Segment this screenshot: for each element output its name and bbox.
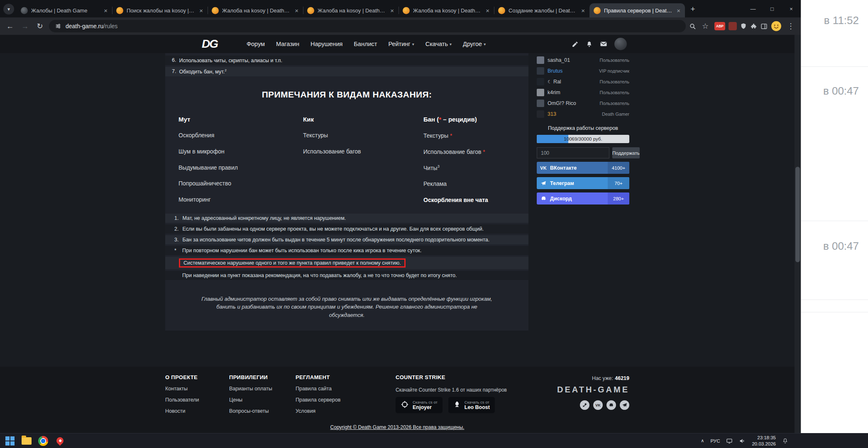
tab-close-icon[interactable]: ×: [389, 7, 395, 14]
window-maximize-button[interactable]: □: [763, 0, 782, 17]
tab-close-icon[interactable]: ×: [675, 7, 682, 14]
browser-tab-2[interactable]: Поиск жалобы на kosoy | Deat ×: [112, 3, 208, 17]
notification-center-bell-icon[interactable]: [782, 438, 788, 444]
clock[interactable]: 23:18:35 20.03.2026: [752, 435, 776, 447]
penalty-cell[interactable]: Читы3: [423, 160, 515, 176]
file-explorer-button[interactable]: [21, 435, 32, 447]
penalty-cell[interactable]: Шум в микрофон: [178, 144, 303, 160]
telegram-channel-button[interactable]: Телеграм 70+: [537, 177, 629, 189]
penalty-cell[interactable]: Попрошайничество: [178, 175, 303, 192]
footer-link-server-rules[interactable]: Правила серверов: [296, 397, 396, 403]
chrome-taskbar-button[interactable]: [37, 435, 49, 447]
bookmark-star-icon[interactable]: ☆: [699, 20, 711, 32]
penalty-cell[interactable]: Текстуры *: [423, 127, 515, 144]
volume-icon[interactable]: [739, 438, 746, 444]
penalty-cell[interactable]: Мониторинг: [178, 192, 303, 208]
copyright-link[interactable]: Copyright © Death Game 2013-2026 Все пра…: [0, 424, 795, 430]
adblock-extension-icon[interactable]: ABP: [714, 22, 725, 30]
browser-tab-5[interactable]: Жалоба на kosoy | Death Gam ×: [399, 3, 494, 17]
online-user-row[interactable]: Brutus VIP подписчик: [537, 66, 629, 76]
user-avatar[interactable]: [614, 38, 627, 50]
address-bar[interactable]: death-game.ru/rules: [49, 20, 686, 32]
vk-community-button[interactable]: VK ВКонтакте 4100+: [537, 162, 629, 174]
new-tab-button[interactable]: +: [687, 3, 699, 15]
site-settings-icon[interactable]: [55, 23, 61, 29]
tab-close-icon[interactable]: ×: [580, 7, 586, 14]
discord-server-button[interactable]: Дискорд 280+: [537, 192, 629, 205]
tab-close-icon[interactable]: ×: [293, 7, 300, 14]
browser-tab-7-active[interactable]: Правила серверов | Death Ga ×: [589, 3, 685, 17]
shield-extension-icon[interactable]: [740, 23, 747, 29]
online-user-row[interactable]: k4rim Пользователь: [537, 87, 629, 98]
tab-search-icon[interactable]: ▾: [3, 4, 14, 15]
penalty-cell[interactable]: Текстуры: [303, 127, 423, 144]
penalty-cell[interactable]: [303, 175, 423, 192]
online-user-row[interactable]: OmG!? Rico Пользователь: [537, 98, 629, 109]
browser-tab-6[interactable]: Создание жалобы | Death Gam ×: [494, 3, 589, 17]
window-minimize-button[interactable]: —: [743, 0, 763, 17]
online-user-row[interactable]: 313 Death Gamer: [537, 109, 629, 119]
discord-icon[interactable]: [606, 400, 616, 410]
browser-menu-icon[interactable]: ⋮: [785, 20, 797, 32]
penalty-cell[interactable]: Использование багов *: [423, 144, 515, 160]
search-lens-icon[interactable]: [689, 23, 696, 30]
notifications-bell-icon[interactable]: [586, 41, 593, 48]
donate-button[interactable]: Поддержать: [612, 147, 640, 158]
telegram-icon[interactable]: [620, 400, 629, 410]
donation-amount-input[interactable]: [537, 147, 609, 158]
window-close-button[interactable]: ×: [782, 0, 801, 17]
penalty-cell[interactable]: [303, 192, 423, 208]
footer-link-contacts[interactable]: Контакты: [165, 386, 229, 392]
penalty-cell[interactable]: Использование багов: [303, 144, 423, 160]
browser-tab-3[interactable]: Жалоба на kosoy | Death Gam ×: [208, 3, 303, 17]
extension-icon[interactable]: [729, 22, 737, 30]
pinned-app-button[interactable]: [54, 435, 66, 447]
penalty-cell[interactable]: Выдумывание правил: [178, 160, 303, 176]
keyboard-language[interactable]: РУС: [710, 438, 720, 443]
scrollbar-thumb[interactable]: [795, 167, 800, 262]
messenger-window-partial[interactable]: в 11:52 в 00:47 в 00:47: [801, 0, 868, 433]
online-user-row[interactable]: sasha_01 Пользователь: [537, 55, 629, 66]
nav-other[interactable]: Другое▾: [463, 41, 486, 47]
rule-item-6[interactable]: 6.Использовать читы, скрипты, алиасы и т…: [165, 56, 528, 65]
forward-button[interactable]: →: [19, 20, 31, 32]
penalty-cell[interactable]: Реклама: [423, 175, 515, 192]
browser-tab-4[interactable]: Жалоба на kosoy | Death Gam ×: [303, 3, 399, 17]
footer-link-terms[interactable]: Условия: [296, 408, 396, 414]
nav-download[interactable]: Скачать▾: [425, 41, 452, 47]
tab-close-icon[interactable]: ×: [484, 7, 491, 14]
download-cs-leoboost-button[interactable]: Скачать cs отLeo Boost: [448, 397, 495, 413]
online-user-row[interactable]: ☾Ral Пользователь: [537, 76, 629, 87]
back-button[interactable]: ←: [4, 20, 16, 32]
edit-icon[interactable]: [572, 41, 579, 48]
tab-close-icon[interactable]: ×: [198, 7, 204, 14]
penalty-cell[interactable]: [303, 160, 423, 176]
footer-link-site-rules[interactable]: Правила сайта: [296, 386, 396, 392]
footer-link-payment[interactable]: Варианты оплаты: [229, 386, 296, 392]
nav-violations[interactable]: Нарушения: [311, 41, 342, 47]
footer-link-prices[interactable]: Цены: [229, 397, 296, 403]
rule-item-7[interactable]: 7.Обходить бан, мут.2: [165, 67, 528, 76]
start-button[interactable]: [4, 435, 16, 447]
penalty-cell[interactable]: Оскорбления вне чата: [423, 192, 515, 208]
tab-close-icon[interactable]: ×: [103, 7, 109, 14]
download-cs-enjoyer-button[interactable]: Скачать cs отEnjoyer: [396, 397, 443, 413]
browser-tab-1[interactable]: Жалобы | Death Game ×: [17, 3, 112, 17]
messages-mail-icon[interactable]: [600, 40, 607, 48]
footer-link-users[interactable]: Пользователи: [165, 397, 229, 403]
browser-profile-avatar[interactable]: [771, 21, 782, 32]
nav-rating[interactable]: Рейтинг▾: [388, 41, 414, 47]
page-scrollbar[interactable]: [795, 35, 801, 433]
vk-icon[interactable]: VK: [593, 400, 603, 410]
nav-shop[interactable]: Магазин: [276, 41, 299, 47]
extensions-puzzle-icon[interactable]: [750, 23, 757, 30]
hidden-icons-chevron[interactable]: ∧: [701, 438, 704, 443]
footer-link-news[interactable]: Новости: [165, 408, 229, 414]
footer-link-faq[interactable]: Вопросы-ответы: [229, 408, 296, 414]
nav-forum[interactable]: Форум: [247, 41, 265, 47]
display-cast-icon[interactable]: [726, 438, 733, 444]
reload-button[interactable]: ↻: [34, 20, 46, 32]
nav-banlist[interactable]: Банлист: [354, 41, 377, 47]
penalty-cell[interactable]: Оскорбления: [178, 127, 303, 144]
side-panel-icon[interactable]: [760, 23, 768, 30]
